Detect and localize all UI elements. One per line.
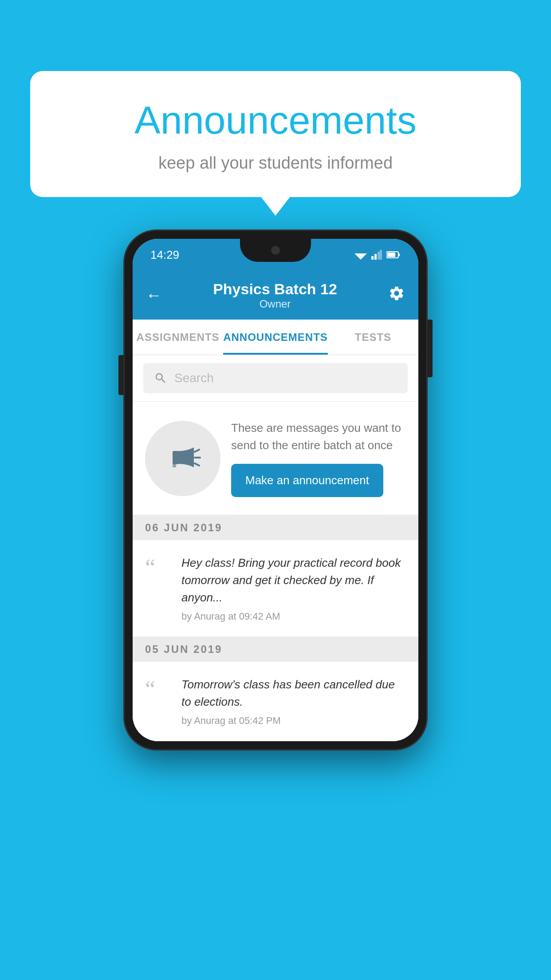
tab-tests[interactable]: TESTS: [328, 320, 418, 355]
batch-role: Owner: [213, 298, 337, 310]
back-button[interactable]: ←: [146, 286, 162, 304]
date-separator-1: 06 JUN 2019: [133, 515, 418, 540]
svg-rect-7: [398, 253, 400, 256]
svg-line-10: [195, 450, 199, 452]
bubble-subtitle: keep all your students informed: [66, 154, 485, 173]
search-placeholder: Search: [174, 371, 214, 385]
content-area: Search: [133, 355, 418, 741]
signal-icon: [371, 250, 382, 260]
search-bar[interactable]: Search: [143, 363, 408, 393]
svg-line-12: [195, 463, 199, 466]
announcement-text-2: Tomorrow's class has been cancelled due …: [181, 676, 406, 711]
announcement-content-2: Tomorrow's class has been cancelled due …: [181, 676, 406, 727]
promo-block: These are messages you want to send to t…: [133, 402, 418, 515]
speech-bubble-card: Announcements keep all your students inf…: [30, 71, 521, 197]
svg-rect-4: [378, 252, 380, 260]
phone-mockup: 14:29: [125, 231, 426, 749]
quote-icon-1: “: [145, 554, 172, 579]
announcement-content-1: Hey class! Bring your practical record b…: [181, 554, 406, 622]
announcement-meta-2: by Anurag at 05:42 PM: [181, 715, 406, 727]
battery-icon: [386, 251, 401, 259]
settings-icon[interactable]: [388, 285, 405, 306]
promo-icon-circle: [145, 421, 220, 496]
wifi-icon: [354, 250, 367, 260]
announcement-item-2[interactable]: “ Tomorrow's class has been cancelled du…: [133, 662, 418, 741]
announcement-item-1[interactable]: “ Hey class! Bring your practical record…: [133, 540, 418, 637]
svg-rect-3: [374, 254, 377, 260]
announcement-text-1: Hey class! Bring your practical record b…: [181, 554, 406, 606]
app-bar: ← Physics Batch 12 Owner: [133, 271, 418, 320]
search-icon: [154, 371, 167, 385]
notch: [240, 239, 311, 262]
status-time: 14:29: [150, 248, 179, 262]
camera-dot: [271, 246, 280, 255]
svg-rect-8: [387, 253, 395, 257]
svg-rect-5: [380, 250, 382, 260]
status-bar: 14:29: [133, 239, 418, 271]
make-announcement-button[interactable]: Make an announcement: [231, 464, 383, 497]
batch-name: Physics Batch 12: [213, 281, 337, 298]
promo-description: These are messages you want to send to t…: [231, 419, 406, 454]
megaphone-icon: [163, 439, 203, 478]
phone-screen: 14:29: [133, 239, 418, 741]
phone-outer: 14:29: [125, 231, 426, 749]
tab-assignments[interactable]: ASSIGNMENTS: [133, 320, 223, 355]
tab-announcements[interactable]: ANNOUNCEMENTS: [223, 320, 328, 355]
announcement-meta-1: by Anurag at 09:42 AM: [181, 611, 406, 622]
quote-icon-2: “: [145, 676, 172, 701]
bubble-title: Announcements: [66, 98, 485, 143]
promo-text-block: These are messages you want to send to t…: [231, 419, 406, 497]
app-bar-title: Physics Batch 12 Owner: [213, 281, 337, 310]
tabs-bar: ASSIGNMENTS ANNOUNCEMENTS TESTS: [133, 320, 418, 355]
date-separator-2: 05 JUN 2019: [133, 637, 418, 662]
speech-bubble-section: Announcements keep all your students inf…: [30, 71, 521, 197]
search-bar-container: Search: [133, 355, 418, 402]
svg-rect-2: [371, 256, 374, 260]
status-icons: [354, 250, 401, 260]
